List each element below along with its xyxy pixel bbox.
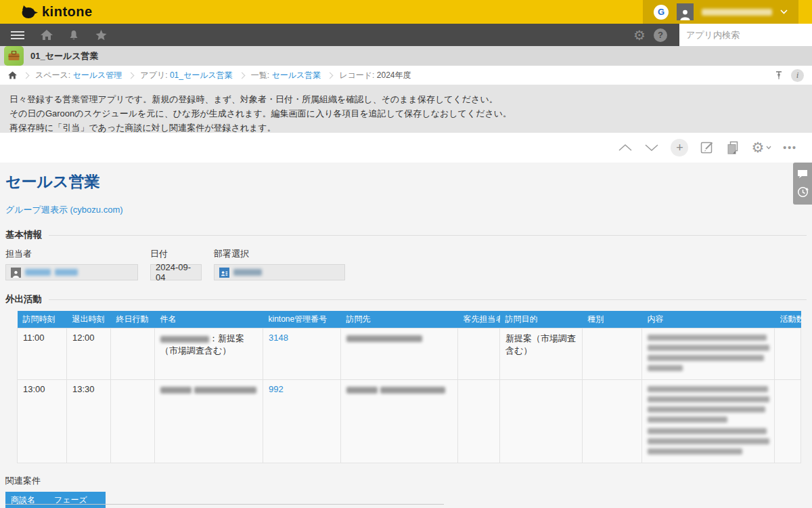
visit-destination-cell bbox=[341, 380, 458, 463]
settings-gear-icon[interactable]: ⚙ bbox=[633, 28, 646, 42]
previous-record-icon[interactable] bbox=[618, 144, 633, 152]
category-cell bbox=[583, 329, 642, 380]
breadcrumb-view-link[interactable]: セールス営業 bbox=[271, 70, 321, 80]
leave-time-cell: 12:00 bbox=[67, 329, 111, 380]
app-description-line: その日のGaroonのスケジュールを元に、ひな形が生成されます。編集画面に入り各… bbox=[9, 106, 812, 121]
section-basic-info: 基本情報 bbox=[5, 229, 807, 241]
next-section-edge bbox=[5, 504, 444, 505]
visit-time-cell: 13:00 bbox=[18, 380, 67, 463]
col-visit-destination: 訪問先 bbox=[341, 311, 458, 329]
field-department: 部署選択 bbox=[214, 248, 345, 280]
col-category: 種別 bbox=[583, 311, 642, 329]
breadcrumb-separator bbox=[327, 72, 334, 79]
col-deal-name: 商談名 bbox=[5, 492, 49, 508]
breadcrumb-separator bbox=[128, 72, 135, 79]
favorites-star-icon[interactable] bbox=[92, 28, 110, 43]
breadcrumb-home-icon[interactable] bbox=[8, 71, 17, 79]
record-number-link[interactable]: 3148 bbox=[269, 333, 288, 343]
section-heading: 基本情報 bbox=[5, 229, 42, 241]
kintone-number-cell: 992 bbox=[263, 380, 341, 463]
copy-record-icon[interactable] bbox=[726, 140, 740, 155]
related-records-table: 商談名 フェーズ bbox=[5, 492, 106, 508]
field-label: 日付 bbox=[150, 248, 202, 260]
field-assignee: 担当者 bbox=[5, 248, 138, 280]
all-day-cell bbox=[111, 380, 155, 463]
visit-destination-cell bbox=[341, 329, 458, 380]
app-name[interactable]: 01_セールス営業 bbox=[30, 50, 99, 62]
section-heading: 外出活動 bbox=[5, 293, 42, 305]
field-label: 部署選択 bbox=[214, 248, 345, 260]
client-contact-cell bbox=[458, 329, 500, 380]
add-record-button[interactable]: + bbox=[671, 139, 688, 156]
subject-cell: ：新提案（市場調査含む） bbox=[155, 329, 263, 380]
info-icon[interactable]: i bbox=[791, 69, 804, 82]
activity-row: 11:00 12:00 ：新提案（市場調査含む） 3148 新提案（市場調査含む… bbox=[18, 329, 801, 380]
notification-bell-icon[interactable] bbox=[65, 28, 83, 43]
activity-count-cell bbox=[775, 380, 801, 463]
activities-table: 訪問時刻 退出時刻 終日行動 件名 kintone管理番号 訪問先 客先担当者 … bbox=[17, 311, 801, 463]
edit-record-icon[interactable] bbox=[700, 140, 715, 155]
brand-header: kintone G bbox=[0, 0, 812, 24]
col-phase: フェーズ bbox=[49, 492, 106, 508]
record-side-panel bbox=[793, 163, 812, 205]
user-icon bbox=[11, 268, 21, 278]
section-activities: 外出活動 bbox=[5, 293, 807, 305]
col-details: 内容 bbox=[642, 311, 775, 329]
kintone-bird-icon bbox=[20, 5, 38, 19]
details-cell bbox=[642, 380, 775, 463]
client-contact-cell bbox=[458, 380, 500, 463]
visit-purpose-cell: 新提案（市場調査含む） bbox=[500, 329, 583, 380]
activity-count-cell bbox=[775, 329, 801, 380]
col-leave-time: 退出時刻 bbox=[67, 311, 111, 329]
breadcrumb-view: 一覧: セールス営業 bbox=[251, 70, 321, 81]
breadcrumb-space-link[interactable]: セールス管理 bbox=[73, 70, 122, 80]
app-briefcase-icon[interactable] bbox=[4, 46, 24, 66]
department-value bbox=[214, 264, 345, 280]
kintone-logo[interactable]: kintone bbox=[20, 4, 93, 20]
more-options-icon[interactable]: ••• bbox=[783, 142, 797, 153]
user-menu-chevron-icon bbox=[780, 9, 788, 14]
app-search bbox=[679, 24, 812, 46]
col-visit-time: 訪問時刻 bbox=[18, 311, 67, 329]
col-kintone-number: kintone管理番号 bbox=[263, 311, 341, 329]
search-input[interactable] bbox=[679, 24, 812, 46]
subject-cell bbox=[155, 380, 263, 463]
comments-icon[interactable] bbox=[797, 169, 808, 179]
home-icon[interactable] bbox=[38, 28, 55, 43]
user-menu[interactable]: G bbox=[643, 0, 798, 24]
details-cell bbox=[642, 329, 775, 380]
field-date: 日付 2024-09-04 bbox=[150, 248, 202, 280]
assignee-value bbox=[5, 264, 138, 280]
date-value: 2024-09-04 bbox=[150, 264, 202, 280]
breadcrumb-app-link[interactable]: 01_セールス営業 bbox=[170, 70, 233, 80]
breadcrumb-record: レコード: 2024年度 bbox=[339, 70, 411, 81]
activity-row: 13:00 13:30 992 bbox=[18, 380, 801, 463]
garoon-badge[interactable]: G bbox=[654, 5, 669, 20]
field-label: 担当者 bbox=[5, 248, 138, 260]
col-visit-purpose: 訪問目的 bbox=[500, 311, 583, 329]
all-day-cell bbox=[111, 329, 155, 380]
related-records-label: 関連案件 bbox=[5, 475, 812, 487]
record-settings-gear-icon[interactable]: ⚙ bbox=[751, 140, 771, 156]
breadcrumb-space: スペース: セールス管理 bbox=[35, 70, 122, 81]
col-all-day: 終日行動 bbox=[111, 311, 155, 329]
app-description-line: 日々登録する営業管理アプリです。新規の登録時、まず、対象者・日付・所属組織を確認… bbox=[9, 92, 812, 106]
brand-name: kintone bbox=[42, 4, 93, 20]
record-number-link[interactable]: 992 bbox=[269, 384, 284, 394]
breadcrumb-separator bbox=[23, 72, 30, 79]
help-icon[interactable]: ? bbox=[654, 28, 667, 42]
pin-icon[interactable] bbox=[775, 70, 783, 80]
breadcrumb: スペース: セールス管理 アプリ: 01_セールス営業 一覧: セールス営業 レ… bbox=[0, 66, 812, 85]
breadcrumb-app: アプリ: 01_セールス営業 bbox=[140, 70, 232, 81]
next-record-icon[interactable] bbox=[644, 144, 659, 152]
record-content: セールス営業 グループ週表示 (cybozu.com) 基本情報 担当者 日付 … bbox=[0, 163, 812, 507]
group-view-link[interactable]: グループ週表示 (cybozu.com) bbox=[5, 204, 123, 216]
col-subject: 件名 bbox=[155, 311, 263, 329]
organization-icon bbox=[219, 268, 229, 278]
menu-icon[interactable] bbox=[7, 28, 28, 42]
activities-header-row: 訪問時刻 退出時刻 終日行動 件名 kintone管理番号 訪問先 客先担当者 … bbox=[18, 311, 801, 329]
user-avatar[interactable] bbox=[677, 3, 694, 20]
related-records-section: 関連案件 商談名 フェーズ 参照するレコードがありません。 bbox=[5, 475, 812, 508]
category-cell bbox=[583, 380, 642, 463]
history-icon[interactable] bbox=[797, 186, 809, 198]
